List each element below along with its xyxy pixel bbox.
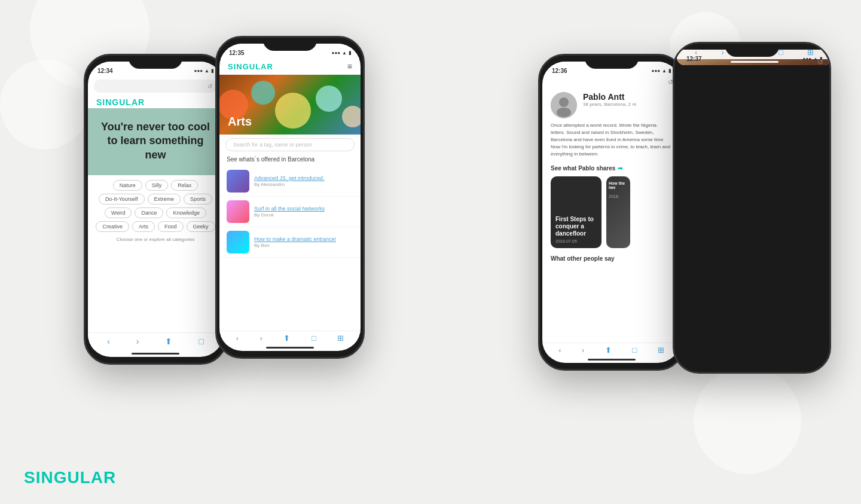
arrow-icon: ➡ [618,165,622,172]
list-item-2[interactable]: Surf in all the social Networks By Doruk [219,197,361,227]
tag-creative[interactable]: Creative [96,221,129,232]
tag-geeky[interactable]: Geeky [187,221,215,232]
list-item-3[interactable]: How to make a dramatic entrance! By Ben [219,227,361,258]
p3-tabs-icon[interactable]: ⊞ [658,346,664,355]
arts-label: Arts [228,115,252,129]
phone-3-notch [585,56,639,69]
tag-arts[interactable]: Arts [132,221,155,232]
tag-nature[interactable]: Nature [113,180,142,191]
shares-label: See what Pablo shares [551,165,615,172]
phone-2: 12:35 ●●● ▲ ▮ SINGULAR ≡ Arts Search for… [215,36,365,359]
phone-4-notch [725,44,779,57]
list-item-1[interactable]: Advanced JS, get introduced. By Alessand… [219,166,361,197]
cards-row: First Steps to conquer a dancefloor 2018… [542,174,680,251]
bg-decoration-3 [694,366,801,474]
battery-icon-2: ▮ [349,50,351,56]
phone-4: 12:37 ●●● ▲ ▮ ↺ ✕ Dance samba like a rea… [673,42,831,374]
reload-icon[interactable]: ↺ [207,83,212,90]
item-3-info: How to make a dramatic entrance! By Ben [254,236,336,249]
bookmark-icon[interactable]: □ [199,337,204,346]
battery-icon: ▮ [211,68,213,74]
share-icon[interactable]: ⬆ [165,337,172,346]
item-1-title: Advanced JS, get introduced. [254,175,325,182]
thumb-dramatic [227,231,249,253]
phone-1-screen: 12:34 ●●● ▲ ▮ ↺ SINGULAR You're never to… [88,62,223,357]
phone-2-logo: SINGULAR [228,62,273,71]
phone-1-status-icons: ●●● ▲ ▮ [194,68,213,74]
p2-back-icon[interactable]: ‹ [236,334,239,343]
phone-1-notch [129,56,182,69]
phone-1-footer: Choose one or explore all categories [88,232,223,242]
phone-1-address-bar[interactable]: ↺ [94,80,217,93]
phone-1-logo: SINGULAR [88,95,223,108]
phone-2-nav: ‹ › ⬆ □ ⊞ [219,331,361,345]
bottom-brand-logo: SINGULAR [24,468,116,487]
svg-point-2 [557,108,571,117]
back-icon[interactable]: ‹ [107,337,110,346]
tag-diy[interactable]: Do-It-Yourself [99,194,145,204]
card-partial[interactable]: How the law 2018- [606,176,630,248]
reload-icon-4[interactable]: ↺ [817,58,823,65]
profile-bio: Once attempted a world record. Wrote the… [542,122,680,163]
tag-weird[interactable]: Weird [105,207,132,218]
tag-knowledge[interactable]: Knowledge [166,207,206,218]
profile-info: Pablo Antt 38 years, Barcelona, 2 re [583,92,636,107]
signal-icon: ●●● [194,68,203,74]
section-title: See whats´s offered in Barcelona [219,155,361,166]
svg-point-1 [559,97,569,107]
p3-share-icon[interactable]: ⬆ [605,346,612,355]
profile-name: Pablo Antt [583,92,636,102]
p3-bookmark-icon[interactable]: □ [632,346,637,355]
forward-icon[interactable]: › [136,337,139,346]
phone-3-status-icons: ●●● ▲ ▮ [652,68,671,74]
search-bar[interactable]: Search for a tag, name or person [225,138,355,151]
tag-extreme[interactable]: Extreme [148,194,181,204]
p2-forward-icon[interactable]: › [260,334,262,343]
tag-sports[interactable]: Sports [184,194,212,204]
phone-2-screen: 12:35 ●●● ▲ ▮ SINGULAR ≡ Arts Search for… [219,44,361,351]
phone-3: 12:36 ●●● ▲ ▮ ↺ Pa [538,54,685,371]
card-dancefloor-date: 2018-07-05 [555,239,597,243]
shares-title: See what Pablo shares ➡ [542,163,680,174]
p2-bookmark-icon[interactable]: □ [312,334,316,343]
what-people-say: What other people say [542,251,680,262]
thumb-js [227,170,249,193]
signal-icon-3: ●●● [652,68,661,74]
tag-relax[interactable]: Relax [171,180,198,191]
item-2-info: Surf in all the social Networks By Doruk [254,206,325,218]
signal-icon-2: ●●● [332,50,341,56]
p3-forward-icon[interactable]: › [582,346,584,355]
item-2-author: By Doruk [254,212,325,218]
item-2-title: Surf in all the social Networks [254,206,325,213]
wifi-icon-3: ▲ [662,68,667,74]
phone-2-time: 12:35 [229,50,245,56]
avatar [551,92,577,118]
search-placeholder: Search for a tag, name or person [233,142,312,148]
card-dancefloor-text: First Steps to conquer a dancefloor [555,216,597,237]
tag-dance[interactable]: Dance [135,207,163,218]
p3-back-icon[interactable]: ‹ [558,346,561,355]
battery-icon-3: ▮ [668,68,671,74]
phone-2-notch [263,38,317,51]
tag-food[interactable]: Food [158,221,184,232]
phones-container: 12:34 ●●● ▲ ▮ ↺ SINGULAR You're never to… [84,36,831,374]
profile-sub: 38 years, Barcelona, 2 re [583,102,636,107]
profile-section: Pablo Antt 38 years, Barcelona, 2 re [542,87,680,122]
phone-4-time: 12:37 [686,56,702,62]
home-indicator-1 [132,353,179,355]
phone-3-nav: ‹ › ⬆ □ ⊞ [542,343,680,357]
phone-1-time: 12:34 [97,68,113,74]
p2-share-icon[interactable]: ⬆ [283,334,290,343]
phone-2-status-icons: ●●● ▲ ▮ [332,50,351,56]
card-partial-date: 2018- [606,194,630,198]
hamburger-icon[interactable]: ≡ [347,62,352,71]
tag-silly[interactable]: Silly [145,180,169,191]
phone-2-header: SINGULAR ≡ [219,59,361,75]
wifi-icon-2: ▲ [342,50,347,56]
thumb-surf [227,200,249,223]
card-dancefloor[interactable]: First Steps to conquer a dancefloor 2018… [551,176,602,248]
wifi-icon: ▲ [204,68,209,74]
item-3-title: How to make a dramatic entrance! [254,236,336,243]
card-partial-text: How the law [606,176,630,194]
p2-tabs-icon[interactable]: ⊞ [337,334,344,343]
